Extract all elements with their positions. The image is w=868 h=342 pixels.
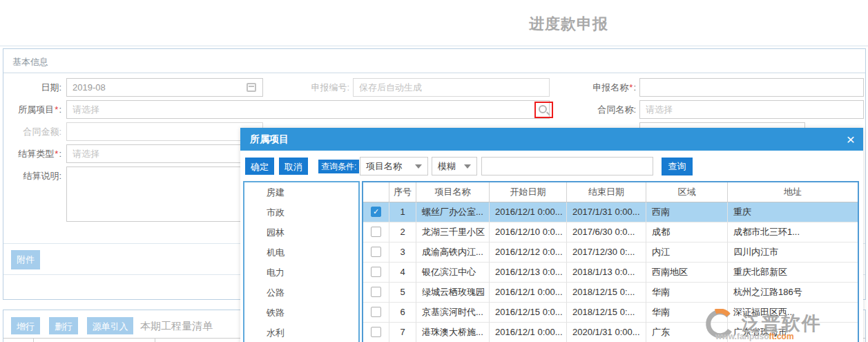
decl-name-label: 申报名称*: (528, 78, 636, 97)
settle-note-label: 结算说明: (3, 167, 61, 185)
contract-amount-input (66, 122, 263, 141)
category-item[interactable]: 电力 (244, 263, 358, 283)
header-start-date: 开始日期 (490, 182, 567, 202)
watermark-url: www.fanpusoft.com (715, 332, 794, 341)
cell-end-date: 2018/12/15 0:... (567, 303, 646, 323)
project-input[interactable] (66, 100, 550, 119)
cell-address: 四川内江市 (728, 243, 858, 263)
source-import-button[interactable]: 源单引入 (87, 317, 133, 334)
header-address: 地址 (728, 182, 858, 202)
category-item[interactable]: 水利 (244, 323, 358, 342)
cell-start-date: 2016/12/1 0:00... (490, 202, 567, 222)
section-title: 基本信息 (12, 57, 48, 67)
close-icon[interactable]: × (847, 128, 855, 151)
attachment-button[interactable]: 附件 (11, 250, 40, 269)
match-mode-select[interactable]: 模糊 (432, 157, 477, 175)
detail-col (3, 339, 34, 342)
cell-project-name: 京基滨河时代... (416, 303, 490, 323)
field-select[interactable]: 项目名称 (360, 157, 428, 175)
cell-start-date: 2016/12/1 0:00... (490, 283, 567, 303)
row-checkbox[interactable] (371, 247, 381, 257)
cell-start-date: 2016/12/12 0:0... (490, 243, 567, 263)
cell-region: 成都 (646, 222, 728, 243)
screen: 进度款申报 基本信息 日期: 申报编号: 申报名称*: 所属项目*: 合同名称:… (0, 0, 868, 342)
cell-index: 3 (389, 243, 416, 263)
row-checkbox[interactable] (371, 287, 381, 297)
table-row[interactable]: 3 成渝高铁内江... 2016/12/12 0:0... 2017/12/30… (363, 243, 858, 263)
header-end-date: 结束日期 (567, 182, 646, 202)
add-row-button[interactable]: 增行 (11, 317, 40, 334)
modal-header: 所属项目 × (240, 128, 863, 151)
table-row[interactable]: 4 银亿滨江中心 2016/12/13 0:0... 2018/1/13 0:0… (363, 263, 858, 283)
cell-start-date: 2016/12/15 0:0... (490, 303, 567, 323)
project-label: 所属项目*: (3, 100, 61, 119)
cell-project-name: 成渝高铁内江... (416, 243, 490, 263)
row-checkbox[interactable]: ✓ (371, 207, 381, 217)
category-item[interactable]: 市政 (244, 202, 358, 222)
category-panel: 房建 市政 园林 机电 电力 公路 铁路 水利 煤矿 (243, 181, 360, 342)
table-row[interactable]: 2 龙湖三千里小区 2016/12/10 0:0... 2017/6/30 0:… (363, 222, 858, 243)
cell-region: 华南 (646, 283, 728, 303)
search-button[interactable]: 查询 (662, 158, 693, 175)
date-input[interactable] (66, 78, 263, 97)
delete-row-button[interactable]: 删行 (49, 317, 78, 334)
header-region: 区域 (646, 182, 728, 202)
cell-end-date: 2018/12/15 0:... (567, 283, 646, 303)
category-item[interactable]: 房建 (244, 182, 358, 202)
cell-project-name: 银亿滨江中心 (416, 263, 490, 283)
table-row[interactable]: ✓ 1 螺丝厂办公室... 2016/12/1 0:00... 2017/1/3… (363, 202, 858, 222)
cell-index: 2 (389, 222, 416, 243)
contract-name-label: 合同名称: (528, 100, 636, 119)
cell-address: 成都市北三环1... (728, 222, 858, 243)
page-title: 进度款申报 (529, 14, 608, 35)
cell-index: 5 (389, 283, 416, 303)
cell-project-name: 港珠澳大桥施... (416, 323, 490, 342)
watermark: 泛普软件 www.fanpusoft.com (702, 309, 733, 342)
decl-name-input[interactable] (639, 78, 864, 97)
section-header: 基本信息 (3, 49, 865, 73)
category-item[interactable]: 铁路 (244, 303, 358, 323)
detail-col (34, 339, 155, 342)
category-item[interactable]: 公路 (244, 283, 358, 303)
cell-start-date: 2016/12/13 0:0... (490, 263, 567, 283)
cell-address: 杭州之江路186号 (728, 283, 858, 303)
header-index: 序号 (389, 182, 416, 202)
cell-end-date: 2018/1/13 0:0... (567, 263, 646, 283)
cell-index: 4 (389, 263, 416, 283)
calendar-icon[interactable] (247, 83, 256, 92)
chevron-down-icon (415, 164, 422, 169)
contract-name-input[interactable] (639, 100, 864, 119)
cell-region: 西南 (646, 202, 728, 222)
row-checkbox[interactable] (371, 307, 381, 317)
detail-table-title: 本期工程量清单 (140, 317, 213, 334)
cell-project-name: 龙湖三千里小区 (416, 222, 490, 243)
cell-index: 7 (389, 323, 416, 342)
cell-address: 重庆北部新区 (728, 263, 858, 283)
cell-index: 6 (389, 303, 416, 323)
row-checkbox[interactable] (371, 227, 381, 237)
ok-button[interactable]: 确定 (245, 158, 274, 175)
cell-index: 1 (389, 202, 416, 222)
row-checkbox[interactable] (371, 267, 381, 277)
table-header-row: 序号 项目名称 开始日期 结束日期 区域 地址 (363, 182, 858, 202)
project-picker-modal: 所属项目 × 确定 取消 查询条件: 项目名称 模糊 查询 房建 市政 园林 机… (240, 128, 863, 342)
cell-start-date: 2016/12/10 0:0... (490, 222, 567, 243)
settle-type-label: 结算类型*: (3, 144, 61, 163)
category-item[interactable]: 园林 (244, 222, 358, 243)
cell-end-date: 2017/12/30 0:... (567, 243, 646, 263)
contract-amount-label: 合同金额: (3, 122, 61, 141)
chevron-down-icon (464, 164, 471, 169)
cell-project-name: 螺丝厂办公室... (416, 202, 490, 222)
cell-end-date: 2020/1/31 0:00... (567, 323, 646, 342)
category-item[interactable]: 机电 (244, 243, 358, 263)
table-row[interactable]: 5 绿城云栖玫瑰园 2016/12/1 0:00... 2018/12/15 0… (363, 283, 858, 303)
cell-end-date: 2017/6/30 0:0... (567, 222, 646, 243)
title-divider (0, 46, 868, 46)
decl-no-label: 申报编号: (266, 78, 349, 97)
cancel-button[interactable]: 取消 (279, 158, 308, 175)
cell-project-name: 绿城云栖玫瑰园 (416, 283, 490, 303)
cell-end-date: 2017/1/31 0:00... (567, 202, 646, 222)
search-input[interactable] (481, 157, 653, 175)
row-checkbox[interactable] (371, 327, 381, 337)
cell-region: 内江 (646, 243, 728, 263)
